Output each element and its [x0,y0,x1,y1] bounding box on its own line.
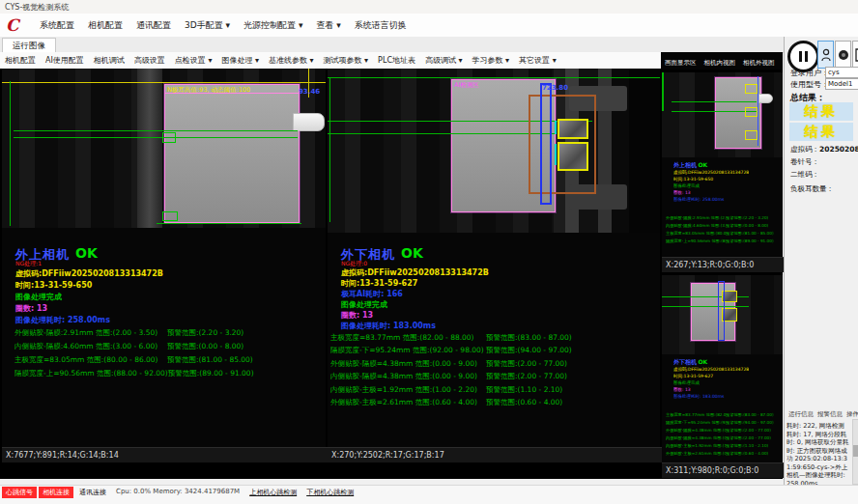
time-line: 时间:13-31-59-650 [15,280,92,291]
tab-detect-box [745,107,758,117]
measurement-row: 内侧贴胶-隔膜:4.60mm 范围:(3.00 - 6.00) 预警范围:(0.… [666,221,782,229]
left-camera-panel[interactable]: N极耳高值:93, 动态阈值:100 93.46 外上相机 OK NG处理:1 … [2,69,326,462]
info-scrollbar[interactable] [852,419,858,485]
measurement-warn-range: 预警范围:(2.00 - 77.00) [726,428,771,433]
menu-item[interactable]: 系统语言切换 [348,16,414,35]
menu-item[interactable]: 3D手配置 ▾ [178,16,237,35]
time-line: 时间:13-31-59-627 [341,278,417,289]
mini-top-image [662,72,783,157]
measurement-warn-range: 预警范围:(2.00 - 77.00) [486,372,567,381]
measurement-warn-range: 预警范围:(81.00 - 85.00) [167,355,253,365]
turns-line: 圈数: 13 [15,303,47,314]
camera-title: 外下相机 [673,358,697,365]
middle-camera-panel[interactable]: AI检测区 723.80 外下相机 OK NG处理:0 虚拟码:DFFiiw20… [328,69,660,462]
barcode-line: 虚拟码:DFFiiw2025020813313472B [673,169,749,176]
lower-camera-heartbeat[interactable]: 下相机心跳检测 [306,487,354,497]
time-line: 时间:13-31-59-627 [673,373,749,379]
measurement-warn-range: 预警范围:(2.20 - 3.20) [167,328,243,338]
model-value[interactable]: Model1 [825,78,858,90]
mini-bottom-panel[interactable]: 外下相机 OK 虚拟码:DFFiiw2025020813313472B 时间:1… [662,275,783,477]
measurement-warn-range: 预警范围:(0.60 - 4.00) [726,451,768,456]
view-header-item[interactable]: 相机外视图 [739,59,779,68]
cpu-memory-text: Cpu: 0.0% Memory: 3424.4179687M [116,487,240,495]
measurement-row: 主极宽度=83.05mm 范围:(80.00 - 86.00) 预警范围:(81… [14,353,324,367]
sidebar: 登录用户： cys 使用型号： Model1 总结果： 结果 结果 虚拟码： 2… [784,37,858,485]
measurement-value: 外侧贴胶-主极=2.61mm 范围:(0.60 - 4.00) [330,398,486,407]
toolbar-item[interactable]: 高级设置 [129,53,170,68]
info-tab[interactable]: 运行信息 [786,409,815,420]
measurement-warn-range: 预警范围:(94.00 - 97.00) [486,346,572,355]
ai-time-line: 极耳AI耗时: 166 [341,289,403,299]
tab-detect-box [745,84,758,94]
green-guide-vline [662,72,664,111]
status-badges: 心跳信号相机连接通讯连接 [0,487,110,498]
measurement-value: 内侧贴胶-隔膜=4.38mm 范围:(0.00 - 9.00) [666,435,726,440]
measurement-row: 隔膜宽度-上=90.56mm 范围:(88.00 - 92.00) 预警范围:(… [14,367,324,380]
login-user-button[interactable] [817,41,834,69]
measurement-row: 外侧贴胶-主极=2.61mm 范围:(0.60 - 4.00) 预警范围:(0.… [330,397,657,410]
green-guide-line [14,137,298,138]
info-tabs: 运行信息报警信息操作信息 [786,409,857,420]
green-guide-line [662,306,749,307]
blue-measure-label: 723.80 [542,84,568,92]
app-logo-icon: C [6,15,27,35]
measurement-row: 主极宽度=83.77mm 范围:(82.00 - 88.00) 预警范围:(83… [666,410,782,418]
menu-item[interactable]: 查看 ▾ [309,16,347,35]
view-header-item[interactable]: 相机内视图 [701,59,740,68]
yellow-guide-line [2,82,326,83]
exit-button[interactable] [852,41,858,69]
elapsed-line: 图像处理耗时: 183.00ms [341,321,436,331]
toolbar-item[interactable]: 测试项参数 ▾ [319,53,374,68]
green-guide-vline [329,77,330,222]
blue-measure-box [718,281,725,341]
menu-item[interactable]: 相机配置 [81,16,129,35]
green-guide-line [328,77,660,78]
measurement-row: 主极宽度=83.05mm 范围:(80.00 - 86.00) 预警范围:(81… [666,229,782,237]
connector-tab [758,94,773,103]
measurement-warn-range: 预警范围:(2.00 - 77.00) [726,435,771,440]
info-panel: 运行信息报警信息操作信息 耗时: 222, 网络检测耗时: 17, 网络分段耗时… [786,409,857,488]
measurement-value: 主极宽度=83.77mm 范围:(82.00 - 88.00) [666,412,726,417]
measurement-value: 内侧贴胶-隔膜:4.60mm 范围:(3.00 - 6.00) [14,342,167,351]
title-bar: CYS-视觉检测系统 [0,0,858,14]
toolbar-item[interactable]: 基准线参数 ▾ [264,53,319,68]
measurement-value: 内侧贴胶-主极=1.92mm 范围:(1.00 - 2.20) [666,443,726,448]
login-user-value[interactable]: cys [825,67,858,78]
mini-top-panel[interactable]: 外上相机 OK 虚拟码:DFFiiw2025020813313472B 时间:1… [662,72,783,271]
info-tab[interactable]: 报警信息 [815,409,844,420]
cursor-coordinates: X:311;Y:980;R:0;G:0;B:0 [662,462,786,478]
measurement-value: 外侧贴胶-隔膜=4.38mm 范围:(0.00 - 9.00) [666,428,726,433]
tab-count-label: 负极耳数量： [790,184,834,194]
menu-item[interactable]: 通讯配置 [129,16,178,35]
measurement-row: 内侧贴胶-主极=1.92mm 范围:(1.00 - 2.20) 预警范围:(1.… [666,441,782,449]
toolbar-item[interactable]: PLC地址表 [373,53,420,68]
upper-camera-heartbeat[interactable]: 上相机心跳检测 [249,487,297,497]
ai-region-label: AI检测区 [454,81,479,90]
toolbar-item[interactable]: AI使用配置 [41,53,89,68]
info-scrollbar-thumb[interactable] [853,445,858,457]
tab-detect-box [745,130,758,140]
toolbar-item[interactable]: 相机调试 [89,53,129,68]
measurement-row: 外侧贴胶-隔膜=4.38mm 范围:(0.00 - 9.00) 预警范围:(2.… [666,426,782,434]
left-camera-image: N极耳高值:93, 动态阈值:100 93.46 [2,69,326,228]
needle-number-label: 卷针号： [790,157,819,167]
measurement-row: 隔膜宽度-下=95.24mm 范围:(92.00 - 98.00) 预警范围:(… [330,345,657,358]
menu-item[interactable]: 光源控制配置 ▾ [237,16,309,35]
toolbar-item[interactable]: 图像处理 ▾ [216,53,264,68]
green-guide-line [157,223,301,224]
mini-measurement-list: 主极宽度=83.77mm 范围:(82.00 - 88.00) 预警范围:(83… [666,410,782,457]
toolbar-item[interactable]: 高级调试 ▾ [420,53,468,68]
measurement-row: 外侧贴胶-隔膜=4.38mm 范围:(0.00 - 9.00) 预警范围:(2.… [330,357,657,371]
measurement-warn-range: 预警范围:(0.60 - 4.00) [486,398,562,407]
measurement-value: 主极宽度=83.05mm 范围:(80.00 - 86.00) [14,355,167,365]
settings-button[interactable] [835,41,851,69]
toolbar-item[interactable]: 其它设置 ▾ [514,53,561,68]
tab-detect-box [558,142,588,171]
view-header-item[interactable]: 画面显示区 [661,59,701,68]
menu-item[interactable]: 系统配置 [33,16,81,35]
toolbar-item[interactable]: 相机配置 [0,53,41,68]
toolbar-item[interactable]: 点检设置 ▾ [170,53,217,68]
toolbar-item[interactable]: 学习参数 ▾ [468,53,515,68]
measurement-warn-range: 预警范围:(2.00 - 77.00) [486,359,567,369]
electrode-region: N极耳高值:93, 动态阈值:100 [164,84,300,223]
